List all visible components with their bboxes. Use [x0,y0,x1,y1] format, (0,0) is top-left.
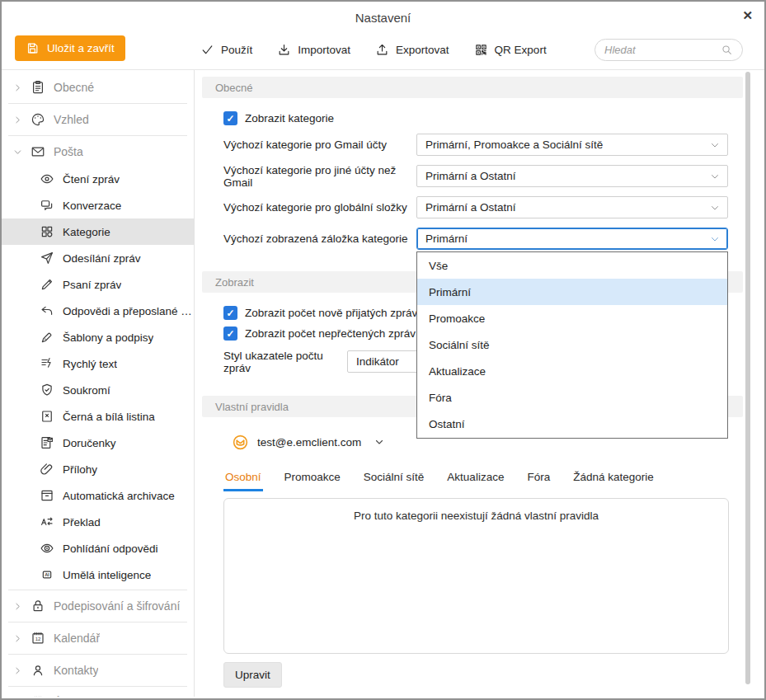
sidebar-item-obecne[interactable]: Obecné [2,73,194,101]
search-box[interactable] [594,39,743,61]
save-icon [26,41,40,55]
sidebar-item-konverzace[interactable]: Konverzace [2,192,194,218]
tab-aktualizace[interactable]: Aktualizace [445,468,505,491]
sidebar-item-kalendar[interactable]: 12Kalendář [2,624,194,652]
edit-button[interactable]: Upravit [223,662,282,688]
account-email: test@e.emclient.com [257,436,361,449]
sidebar-item-label: Kalendář [54,632,100,645]
dropdown-option-vse[interactable]: Vše [417,252,727,279]
tasks-icon [31,695,45,697]
sidebar-item-odesilani-zprav[interactable]: Odesílání zpráv [2,245,194,271]
sidebar-item-label: Přílohy [63,463,97,476]
empty-state-message: Pro tuto kategorii neexistují žádná vlas… [354,510,599,522]
tab-promoakce[interactable]: Promoakce [283,468,342,491]
sidebar-item-kategorie[interactable]: Kategorie [2,218,194,245]
combo-default-category-tab[interactable]: Primární [416,228,728,250]
dropdown-option-promoakce[interactable]: Promoakce [417,305,727,331]
clipboard-icon [31,80,45,95]
sidebar-item-label: Odpovědi a přeposlané zpr... [63,305,194,317]
sidebar-item-automaticka-archivace[interactable]: Automatická archivace [2,482,194,509]
chevron-right-icon [12,83,22,92]
dropdown-option-primarni[interactable]: Primární [417,279,727,305]
exportovat-button[interactable]: Exportovat [375,43,449,57]
dropdown-option-ostatni[interactable]: Ostatní [417,411,727,438]
sidebar-item-dorucenky[interactable]: Doručenky [2,430,194,456]
sidebar-item-preklad[interactable]: Překlad [2,509,194,535]
tab-socialni-site[interactable]: Sociální sítě [362,468,426,491]
vertical-scrollbar[interactable] [745,72,750,684]
main-area: ObecnéVzhledPoštaČtení zprávKonverzaceKa… [2,70,764,697]
save-and-close-button[interactable]: Uložit a zavřít [15,35,125,61]
chevron-right-icon [12,602,22,611]
section-header-general: Obecné [202,77,743,98]
sidebar-item-vzhled[interactable]: Vzhled [2,106,194,134]
section-title: Zobrazit [215,276,254,289]
sidebar-separator [8,622,187,622]
sidebar-item-label: Automatická archivace [63,490,175,502]
close-icon[interactable]: ✕ [742,8,753,23]
sidebar-item-label: Kontakty [54,664,98,677]
combo-global-folder-categories[interactable]: Primární a Ostatní [416,196,728,218]
combo-value: Indikátor [356,355,399,368]
pencil-icon [40,277,54,292]
sidebar-separator [8,686,187,687]
tab-fora[interactable]: Fóra [525,468,552,491]
chevron-down-icon [710,140,720,150]
checkbox-checked-icon[interactable] [223,306,237,320]
sidebar-item-soukromi[interactable]: Soukromí [2,377,194,403]
watch-reply-icon [40,541,54,556]
sidebar-item-psani-zprav[interactable]: Psaní zpráv [2,271,194,298]
receipt-icon [40,435,54,450]
form-row-global-folder-categories: Výchozí kategorie pro globální složky Pr… [223,196,764,218]
sidebar-item-umela-inteligence[interactable]: AIUmělá inteligence [2,561,194,588]
sidebar-item-sablony-a-podpisy[interactable]: Šablony a podpisy [2,324,194,350]
chevron-right-icon [12,666,22,675]
sidebar-item-label: Rychlý text [63,358,117,370]
sidebar-item-odpovedi-a-preposlane-zpr[interactable]: Odpovědi a přeposlané zpr... [2,298,194,324]
sidebar-item-prilohy[interactable]: Přílohy [2,456,194,482]
combo-gmail-categories[interactable]: Primární, Promoakce a Sociální sítě [416,134,728,156]
sidebar-item-cerna-a-bila-listina[interactable]: Černá a bílá listina [2,403,194,430]
tab-zadna-kategorie[interactable]: Žádná kategorie [571,468,656,491]
dropdown-option-aktualizace[interactable]: Aktualizace [417,359,727,385]
toolbar-action-label: QR Export [495,44,547,56]
sidebar-item-label: Doručenky [63,437,116,449]
combo-value: Primární a Ostatní [425,170,516,182]
ai-icon: AI [40,567,54,582]
sidebar-item-kontakty[interactable]: Kontakty [2,656,194,684]
tab-osobni[interactable]: Osobní [223,468,263,491]
sidebar-item-podepisovani-a-sifrovani[interactable]: Podepisování a šifrování [2,592,194,620]
dropdown-option-socialni-site[interactable]: Sociální sítě [417,331,727,358]
sidebar-item-pohlidani-odpovedi[interactable]: Pohlídání odpovědi [2,535,194,561]
chevron-down-icon [710,234,720,244]
field-label: Výchozí zobrazená záložka kategorie [223,233,416,245]
sidebar-item-posta[interactable]: Pošta [2,138,194,166]
sidebar-item-label: Černá a bílá listina [63,411,155,423]
sidebar-item-rychly-text[interactable]: Rychlý text [2,350,194,377]
importovat-button[interactable]: Importovat [277,43,350,57]
sidebar-item-label: Čtení zpráv [63,173,120,186]
palette-icon [31,112,45,127]
field-label: Výchozí kategorie pro jiné účty než Gmai… [223,164,416,189]
combo-non-gmail-categories[interactable]: Primární a Ostatní [416,165,728,187]
sidebar-item-label: Konverzace [63,200,121,212]
checkbox-row-show-categories[interactable]: Zobrazit kategorie [223,111,764,125]
checkbox-checked-icon[interactable] [223,327,237,341]
sidebar-item-ukoly[interactable]: Úkoly [2,688,194,697]
sidebar-item-cteni-zprav[interactable]: Čtení zpráv [2,166,194,192]
search-input[interactable] [604,44,721,56]
checkbox-checked-icon[interactable] [223,111,237,125]
sidebar-item-label: Odesílání zpráv [63,252,141,265]
combo-value: Primární [425,233,468,245]
qr-icon [474,43,488,57]
pouzit-button[interactable]: Použít [200,43,252,57]
sidebar-separator [8,590,187,590]
sidebar-separator [8,103,187,104]
categories-grid-icon [40,224,54,239]
sidebar-item-label: Šablony a podpisy [63,331,153,344]
chat-icon [40,198,54,213]
contact-icon [31,663,45,678]
dropdown-option-fora[interactable]: Fóra [417,385,727,411]
search-icon [721,44,733,56]
qr-export-button[interactable]: QR Export [474,43,547,57]
